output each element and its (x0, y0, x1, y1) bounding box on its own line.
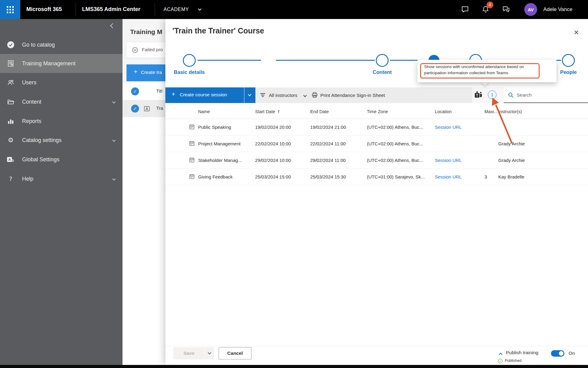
sidebar-item-users[interactable]: Users (0, 73, 123, 92)
screen: Microsoft 365 LMS365 Admin Center ACADEM… (0, 0, 588, 368)
training-management-icon (7, 59, 15, 67)
cancel-button[interactable]: Cancel (219, 347, 251, 359)
publish-toggle-on[interactable] (551, 350, 564, 357)
session-end: 29/02/2024 11:00 (310, 158, 367, 163)
print-icon[interactable] (311, 91, 318, 98)
page-title: Training M (130, 28, 162, 36)
chevron-down-icon[interactable] (112, 138, 115, 142)
session-instructors: Kay Bradelle (498, 174, 588, 179)
column-header-end-date[interactable]: End Date (310, 109, 367, 114)
checked-checkbox-icon[interactable]: ✓ (131, 87, 139, 95)
sidebar-item-reports[interactable]: Reports (0, 112, 123, 131)
calendar-icon (189, 124, 195, 130)
course-dialog: 'Train the Trainer' Course × Basic detai… (165, 19, 588, 365)
step-label[interactable]: Basic details (165, 69, 217, 75)
sidebar-item-help[interactable]: ? Help (0, 169, 123, 188)
app-launcher-button[interactable] (0, 0, 20, 19)
user-name[interactable]: Adele Vance (543, 6, 572, 13)
search-input[interactable] (504, 87, 588, 103)
save-button[interactable]: Save (173, 347, 205, 359)
sidebar-item-training-management[interactable]: Training Management (0, 54, 123, 73)
session-row[interactable]: Public Speaking 19/02/2024 20:00 19/02/2… (165, 119, 588, 136)
notification-count-badge: 4 (487, 2, 493, 8)
sidebar-item-label: Global Settings (22, 156, 59, 163)
chevron-down-icon[interactable] (112, 100, 115, 103)
session-start: 19/02/2024 20:00 (255, 125, 310, 130)
gear-icon: ⚙ (7, 136, 15, 144)
step-content[interactable] (376, 54, 389, 67)
sidebar-collapse-icon[interactable] (110, 23, 115, 29)
table-row[interactable]: ✓ Tra (123, 100, 168, 117)
session-row[interactable]: Project Management 22/02/2024 10:00 22/0… (165, 136, 588, 152)
save-dropdown-button[interactable] (205, 347, 214, 359)
sidebar-item-content[interactable]: Content (0, 92, 123, 111)
sidebar-item-label: Reports (22, 118, 41, 125)
feedback-icon[interactable] (502, 5, 510, 13)
sessions-table-header: Name Start Date↑ End Date Time Zone Loca… (165, 104, 588, 119)
column-header-maximum[interactable]: Maxi... (484, 109, 498, 114)
sidebar: Go to catalog Training Management Users … (0, 19, 123, 365)
column-header-instructors[interactable]: Instructor(s) (498, 109, 588, 114)
plus-icon: + (134, 68, 138, 75)
teams-icon[interactable]: T (474, 91, 483, 99)
failed-processing-banner: Failed pro (126, 42, 167, 58)
sidebar-item-label: Go to catalog (22, 42, 55, 48)
teams-attendance-tooltip: Show sessions with unconfirmed attendanc… (417, 60, 556, 82)
unconfirmed-attendance-count-badge[interactable]: 1 (488, 90, 496, 99)
sidebar-item-label: Training Management (22, 60, 75, 67)
sidebar-item-catalog-settings[interactable]: ⚙ Catalog settings (0, 131, 123, 150)
instructor-filter[interactable]: All instructors (269, 93, 297, 98)
session-start: 22/02/2024 10:00 (255, 141, 310, 146)
table-row[interactable]: ✓ Titl (123, 83, 168, 100)
session-row[interactable]: Stakeholder Manag... 29/02/2024 10:00 29… (165, 152, 588, 169)
app-name[interactable]: LMS365 Admin Center (82, 6, 140, 13)
waffle-icon (7, 6, 14, 13)
session-start: 29/02/2024 10:00 (255, 158, 310, 163)
user-avatar[interactable]: AV (524, 3, 537, 16)
session-name: Project Management (198, 141, 255, 146)
toggle-knob (559, 351, 564, 356)
session-url-link[interactable]: Session URL (435, 174, 484, 179)
tenant-selector[interactable]: ACADEMY (164, 7, 189, 12)
chevron-down-icon (248, 93, 251, 96)
top-bar: Microsoft 365 LMS365 Admin Center ACADEM… (0, 0, 588, 19)
sidebar-item-label: Catalog settings (22, 137, 62, 144)
create-training-button[interactable]: + Create tra (126, 64, 167, 81)
column-header-time-zone[interactable]: Time Zone (367, 109, 435, 114)
column-header-location[interactable]: Location (435, 109, 484, 114)
publish-training-label[interactable]: Publish training (506, 350, 538, 355)
session-url-link[interactable]: Session URL (435, 158, 484, 163)
topbar-divider (76, 3, 76, 16)
publish-collapse-chevron-up-icon[interactable] (499, 353, 503, 357)
tenant-chevron-down-icon[interactable] (198, 7, 201, 10)
sidebar-item-global-settings[interactable]: A ⚙ Global Settings (0, 150, 123, 169)
published-check-icon: ✓ (498, 359, 503, 363)
create-course-session-button[interactable]: + Create course session (165, 87, 244, 103)
step-connector (276, 60, 375, 61)
checked-checkbox-icon[interactable]: ✓ (131, 105, 139, 113)
button-label: Create tra (141, 70, 162, 75)
chevron-down-icon[interactable] (112, 177, 115, 180)
contact-card-icon (143, 105, 150, 112)
session-timezone: (UTC+02:00) Athens, Buc... (367, 158, 435, 163)
session-row[interactable]: Giving Feedback 25/03/2024 15:00 25/03/2… (165, 169, 588, 185)
session-end: 25/03/2024 15:30 (310, 174, 367, 179)
folder-icon (7, 98, 15, 106)
step-people[interactable] (562, 54, 575, 67)
filter-lines-icon[interactable] (259, 91, 266, 99)
create-session-dropdown-button[interactable] (244, 87, 255, 103)
tooltip-text-line2: participation information collected from… (424, 71, 508, 75)
session-timezone: (UTC+01:00) Sarajevo, Sk... (367, 174, 435, 179)
chat-icon[interactable] (461, 5, 469, 13)
close-icon[interactable]: × (570, 26, 582, 39)
calendar-icon (189, 157, 195, 163)
topbar-divider (155, 3, 155, 16)
product-name[interactable]: Microsoft 365 (26, 6, 62, 13)
sidebar-item-go-to-catalog[interactable]: Go to catalog (0, 35, 123, 54)
session-url-link[interactable]: Session URL (435, 125, 484, 130)
column-header-name[interactable]: Name (198, 109, 255, 114)
print-attendance-button[interactable]: Print Attendance Sign-in Sheet (320, 93, 385, 98)
step-label[interactable]: Content (355, 69, 410, 75)
step-basic-details[interactable] (183, 54, 196, 67)
column-header-start-date[interactable]: Start Date↑ (255, 109, 310, 114)
